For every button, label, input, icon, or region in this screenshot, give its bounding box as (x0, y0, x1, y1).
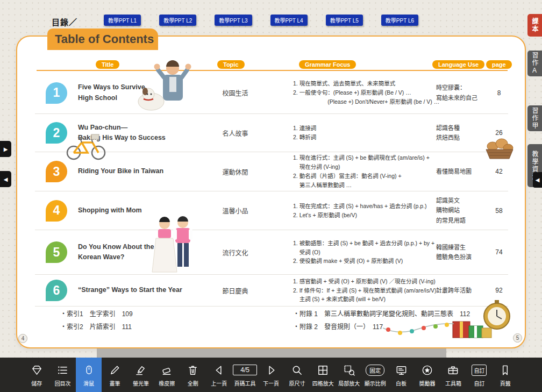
toolbar-quad-zoom[interactable]: 四格放大 (310, 358, 336, 392)
unit3-page-number: 42 (492, 168, 506, 175)
toc-row-unit2[interactable]: 2 Wu Pao-chun— Baking His Way to Success… (35, 114, 508, 152)
unit5-language-use: 韓國練習生 體驗角色扮演 (433, 243, 492, 262)
right-page-number: 5 (513, 333, 522, 343)
appendix1-entry: ・附錄 1 第三人稱單數動詞字尾變化規則、動詞三態表 112 (293, 309, 470, 318)
unit1-page-number: 8 (492, 89, 506, 97)
column-header-page: page (486, 60, 512, 69)
next-page-icon (265, 363, 277, 377)
right-edge-prev-arrow[interactable]: ◀ (533, 172, 542, 188)
tab-textbook[interactable]: 課本 (527, 14, 542, 37)
unit5-title: Do You Know About the Korean Wave? (78, 242, 204, 263)
unit1-number-badge: 1 (46, 82, 67, 104)
display-ratio-value: 固定 (366, 365, 384, 376)
tab-workbook-b[interactable]: 習作甲 (527, 105, 542, 131)
unit2-page-number: 26 (492, 129, 506, 137)
toc-row-unit1[interactable]: 1 Five Ways to Survive High School 校園生活 … (35, 72, 508, 114)
ppt-l6-button[interactable]: 教學PPT L6 (381, 15, 418, 26)
toolbar-original-size[interactable]: 原尺寸 (284, 358, 310, 392)
toc-table: 1 Five Ways to Survive High School 校園生活 … (35, 72, 508, 307)
original-size-icon (291, 363, 303, 377)
textbook-page: Title Topic Grammar Focus Language Use p… (16, 35, 526, 348)
area-zoom-icon (343, 363, 355, 377)
unit2-grammar: 1. 連接詞 2. 轉折詞 (266, 124, 433, 142)
unit2-number-badge: 2 (46, 122, 67, 144)
toolbar-pen[interactable]: 畫筆 (102, 358, 127, 392)
unit6-grammar: 1. 感官動詞 + 受詞 (O) + 原形動詞 (V) ／現在分詞 (V-ing… (266, 277, 433, 304)
left-edge-prev-arrow[interactable]: ◀ (0, 171, 11, 187)
ppt-l4-button[interactable]: 教學PPT L4 (270, 15, 308, 26)
toc-row-unit6[interactable]: 6 “Strange” Ways to Start the Year 節日慶典 … (35, 275, 508, 307)
toolbar-save[interactable]: 儲存 (24, 358, 49, 392)
bookmark-icon (499, 363, 511, 377)
ppt-l5-button[interactable]: 教學PPT L5 (326, 15, 363, 26)
toc-row-unit3[interactable]: 3 Riding Your Bike in Taiwan 運動休閒 1. 現在進… (35, 152, 508, 191)
custom-box: 自訂 (472, 365, 487, 376)
eraser-icon (161, 363, 173, 377)
bottom-scrollbar[interactable] (97, 348, 446, 358)
toolbar-custom[interactable]: 自訂 自訂 (466, 358, 492, 392)
unit3-grammar: 1. 現在進行式：主詞 (S) + be 動詞現在式 (am/are/is) +… (266, 153, 433, 189)
left-page-number: 4 (18, 334, 27, 343)
unit1-topic: 校園生活 (204, 88, 266, 97)
index1-entry: ・索引1 生字索引 109 (60, 309, 293, 318)
pen-icon (109, 363, 121, 377)
unit3-title: Riding Your Bike in Taiwan (78, 166, 204, 176)
unit2-topic: 名人故事 (204, 129, 266, 138)
column-header-topic: Topic (217, 60, 245, 69)
toolbar-area-zoom[interactable]: 局部放大 (336, 358, 362, 392)
breadcrumb: 目錄／ (52, 16, 77, 27)
trash-icon (187, 363, 199, 377)
toolbar-display-ratio[interactable]: 固定 顯示比例 (362, 358, 388, 392)
left-edge-next-arrow[interactable]: ▶ (0, 141, 11, 157)
toolbar-whiteboard[interactable]: 白板 (388, 358, 414, 392)
unit6-number-badge: 6 (46, 280, 67, 301)
ebook-reader: 目錄／ 教學PPT L1 教學PPT L2 教學PPT L3 教學PPT L4 … (0, 0, 542, 392)
toolbar-toolbox[interactable]: 工具箱 (440, 358, 466, 392)
unit4-title: Shopping with Mom (78, 205, 204, 216)
unit2-language-use: 認識各種 烘焙西點 (433, 123, 492, 142)
unit3-topic: 運動休閒 (204, 167, 266, 176)
toolbar-eraser[interactable]: 橡皮擦 (154, 358, 180, 392)
toolbar: 儲存 回目次 滑鼠 畫筆 螢光筆 (0, 358, 542, 392)
unit1-grammar: 1. 現在簡單式、過去簡單式、未來簡單式 2. 一般使令句：(Please +)… (266, 79, 433, 106)
unit4-topic: 溫馨小品 (204, 206, 266, 215)
unit5-topic: 流行文化 (204, 248, 266, 257)
toolbar-page-tab[interactable]: 頁籤 (493, 358, 518, 392)
index2-entry: ・索引2 片語索引 111 (60, 322, 293, 331)
unit3-number-badge: 3 (46, 161, 67, 182)
toolbar-next-page[interactable]: 下一頁 (258, 358, 284, 392)
toolbar-highlighter[interactable]: 螢光筆 (128, 358, 154, 392)
ppt-l1-button[interactable]: 教學PPT L1 (104, 15, 141, 26)
unit5-grammar: 1. 被動語態：主詞 (S) + be 動詞 + 過去分詞 (p.p.) + b… (266, 239, 433, 266)
toolbar-page-number[interactable]: 4/5 頁碼工具 (232, 358, 258, 392)
ppt-l3-button[interactable]: 教學PPT L3 (215, 15, 252, 26)
toc-row-unit5[interactable]: 5 Do You Know About the Korean Wave? 流行文… (35, 230, 508, 275)
tab-workbook-a[interactable]: 習作A (527, 51, 542, 76)
toolbox-icon (447, 363, 459, 377)
column-header-title: Title (96, 60, 119, 69)
mouse-icon (83, 363, 95, 377)
unit6-title: “Strange” Ways to Start the Year (78, 285, 204, 295)
toolbar-mouse[interactable]: 滑鼠 (76, 358, 102, 392)
unit6-language-use: 計畫跨年活動 (433, 286, 492, 295)
reward-star-icon (421, 363, 433, 377)
toc-row-unit4[interactable]: 4 Shopping with Mom 溫馨小品 1. 現在完成式：主詞 (S)… (35, 191, 508, 230)
appendix2-entry: ・附錄 2 發音規則（一） 117 (293, 322, 470, 331)
ppt-l2-button[interactable]: 教學PPT L2 (159, 15, 196, 26)
ppt-button-row: 教學PPT L1 教學PPT L2 教學PPT L3 教學PPT L4 教學PP… (104, 15, 418, 26)
table-of-contents-icon (56, 363, 69, 377)
toolbar-prev-page[interactable]: 上一頁 (206, 358, 232, 392)
toolbar-toc[interactable]: 回目次 (49, 358, 75, 392)
quad-grid-icon (317, 363, 329, 377)
whiteboard-icon (395, 363, 408, 377)
toolbar-reward[interactable]: 獎勵器 (414, 358, 440, 392)
unit6-page-number: 92 (492, 287, 506, 294)
page-number-input[interactable]: 4/5 (233, 365, 257, 375)
column-header-language-use: Language Use (432, 60, 484, 69)
unit5-page-number: 74 (492, 248, 506, 256)
prev-page-icon (213, 363, 225, 377)
unit2-title: Wu Pao-chun— Baking His Way to Success (78, 123, 204, 144)
highlighter-icon (134, 363, 147, 377)
toolbar-delete-all[interactable]: 全刪 (180, 358, 206, 392)
unit4-grammar: 1. 現在完成式：主詞 (S) + have/has + 過去分詞 (p.p.)… (266, 202, 433, 220)
